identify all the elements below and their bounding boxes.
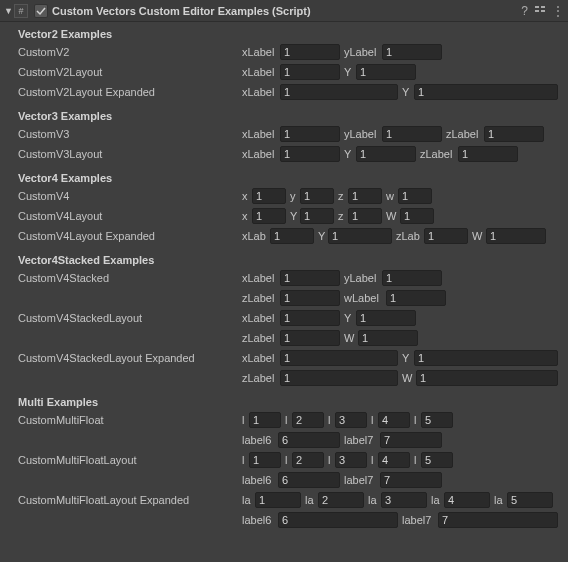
field-input[interactable] <box>318 492 364 508</box>
field-input[interactable] <box>421 412 453 428</box>
field-label[interactable]: l <box>285 414 290 426</box>
field-label[interactable]: l <box>414 454 419 466</box>
field-label[interactable]: la <box>305 494 316 506</box>
field-input[interactable] <box>280 370 398 386</box>
field-label[interactable]: Y <box>318 230 326 242</box>
field-label[interactable]: l <box>242 414 247 426</box>
field-label[interactable]: x <box>242 210 250 222</box>
field-label[interactable]: xLab <box>242 230 268 242</box>
field-label[interactable]: l <box>371 454 376 466</box>
field-label[interactable]: la <box>431 494 442 506</box>
field-label[interactable]: zLabel <box>420 148 456 160</box>
field-label[interactable]: z <box>338 190 346 202</box>
field-input[interactable] <box>278 512 398 528</box>
field-input[interactable] <box>280 64 340 80</box>
field-label[interactable]: Y <box>344 66 354 78</box>
field-label[interactable]: zLabel <box>446 128 482 140</box>
field-label[interactable]: xLabel <box>242 128 278 140</box>
field-input[interactable] <box>249 412 281 428</box>
field-input[interactable] <box>400 208 434 224</box>
field-input[interactable] <box>255 492 301 508</box>
field-label[interactable]: xLabel <box>242 312 278 324</box>
field-input[interactable] <box>292 412 324 428</box>
field-input[interactable] <box>416 370 558 386</box>
field-label[interactable]: zLabel <box>242 332 278 344</box>
field-label[interactable]: x <box>242 190 250 202</box>
field-input[interactable] <box>381 492 427 508</box>
field-label[interactable]: Y <box>402 86 412 98</box>
field-input[interactable] <box>414 84 558 100</box>
field-input[interactable] <box>356 64 416 80</box>
field-input[interactable] <box>252 208 286 224</box>
field-label[interactable]: label7 <box>402 514 436 526</box>
field-label[interactable]: w <box>386 190 396 202</box>
field-label[interactable]: z <box>338 210 346 222</box>
field-input[interactable] <box>270 228 314 244</box>
field-input[interactable] <box>438 512 558 528</box>
field-label[interactable]: la <box>494 494 505 506</box>
field-input[interactable] <box>380 472 442 488</box>
field-input[interactable] <box>421 452 453 468</box>
field-input[interactable] <box>444 492 490 508</box>
field-input[interactable] <box>252 188 286 204</box>
field-input[interactable] <box>335 452 367 468</box>
field-input[interactable] <box>280 44 340 60</box>
field-label[interactable]: zLabel <box>242 372 278 384</box>
field-label[interactable]: y <box>290 190 298 202</box>
field-label[interactable]: l <box>328 454 333 466</box>
field-input[interactable] <box>280 126 340 142</box>
field-input[interactable] <box>398 188 432 204</box>
field-label[interactable]: zLabel <box>242 292 278 304</box>
field-label[interactable]: xLabel <box>242 46 278 58</box>
field-label[interactable]: l <box>285 454 290 466</box>
field-input[interactable] <box>280 330 340 346</box>
field-input[interactable] <box>507 492 553 508</box>
field-input[interactable] <box>378 452 410 468</box>
field-input[interactable] <box>424 228 468 244</box>
context-menu-icon[interactable]: ⋮ <box>552 4 564 18</box>
field-label[interactable]: label7 <box>344 474 378 486</box>
field-label[interactable]: la <box>368 494 379 506</box>
field-label[interactable]: Y <box>344 312 354 324</box>
field-label[interactable]: yLabel <box>344 128 380 140</box>
field-label[interactable]: zLab <box>396 230 422 242</box>
field-input[interactable] <box>348 188 382 204</box>
field-label[interactable]: Y <box>402 352 412 364</box>
field-label[interactable]: l <box>371 414 376 426</box>
field-label[interactable]: W <box>386 210 398 222</box>
field-label[interactable]: xLabel <box>242 272 278 284</box>
field-input[interactable] <box>278 472 340 488</box>
field-label[interactable]: Y <box>290 210 298 222</box>
field-input[interactable] <box>328 228 392 244</box>
field-input[interactable] <box>382 126 442 142</box>
field-label[interactable]: label7 <box>344 434 378 446</box>
field-label[interactable]: xLabel <box>242 86 278 98</box>
field-input[interactable] <box>335 412 367 428</box>
field-label[interactable]: W <box>402 372 414 384</box>
field-input[interactable] <box>280 350 398 366</box>
field-input[interactable] <box>280 270 340 286</box>
field-label[interactable]: l <box>414 414 419 426</box>
field-input[interactable] <box>380 432 442 448</box>
help-icon[interactable]: ? <box>521 4 528 18</box>
field-input[interactable] <box>280 310 340 326</box>
field-input[interactable] <box>278 432 340 448</box>
field-label[interactable]: W <box>344 332 356 344</box>
field-input[interactable] <box>280 290 340 306</box>
field-input[interactable] <box>458 146 518 162</box>
field-label[interactable]: Y <box>344 148 354 160</box>
field-input[interactable] <box>378 412 410 428</box>
field-input[interactable] <box>249 452 281 468</box>
field-input[interactable] <box>358 330 418 346</box>
field-label[interactable]: yLabel <box>344 272 380 284</box>
field-label[interactable]: xLabel <box>242 352 278 364</box>
field-input[interactable] <box>484 126 544 142</box>
field-input[interactable] <box>486 228 546 244</box>
field-label[interactable]: label6 <box>242 514 276 526</box>
field-input[interactable] <box>300 188 334 204</box>
enabled-checkbox[interactable] <box>34 4 48 18</box>
field-input[interactable] <box>382 270 442 286</box>
field-input[interactable] <box>386 290 446 306</box>
presets-icon[interactable] <box>534 3 546 18</box>
field-label[interactable]: l <box>328 414 333 426</box>
